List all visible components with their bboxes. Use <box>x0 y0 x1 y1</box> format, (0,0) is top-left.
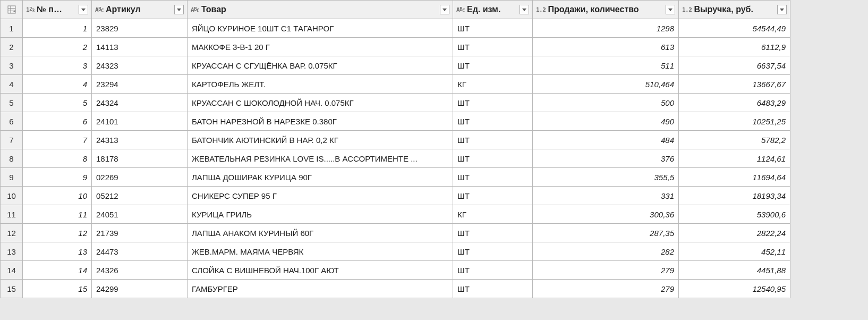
cell-unit[interactable]: КГ <box>453 205 533 224</box>
cell-art[interactable]: 24473 <box>92 242 188 261</box>
cell-num[interactable]: 14 <box>23 261 92 280</box>
cell-num[interactable]: 6 <box>23 112 92 131</box>
cell-unit[interactable]: ШТ <box>453 112 533 131</box>
cell-qty[interactable]: 331 <box>533 187 679 205</box>
cell-rev[interactable]: 11694,64 <box>679 168 790 187</box>
table-row[interactable]: 9902269ЛАПША ДОШИРАК КУРИЦА 90ГШТ355,511… <box>1 168 790 187</box>
cell-rev[interactable]: 6483,29 <box>679 94 790 112</box>
table-row[interactable]: 111124051КУРИЦА ГРИЛЬКГ300,3653900,6 <box>1 205 790 224</box>
table-row[interactable]: 7724313БАТОНЧИК АЮТИНСКИЙ В НАР. 0,2 КГШ… <box>1 131 790 149</box>
cell-art[interactable]: 24313 <box>92 131 188 149</box>
cell-product[interactable]: ГАМБУРГЕР <box>188 280 453 298</box>
cell-num[interactable]: 7 <box>23 131 92 149</box>
row-number-header[interactable]: 5 <box>1 94 23 112</box>
cell-rev[interactable]: 6112,9 <box>679 38 790 56</box>
cell-product[interactable]: КРУАССАН С СГУЩЁНКА ВАР. 0.075КГ <box>188 56 453 75</box>
row-number-header[interactable]: 12 <box>1 224 23 242</box>
cell-rev[interactable]: 2822,24 <box>679 224 790 242</box>
table-row[interactable]: 8818178ЖЕВАТЕЛЬНАЯ РЕЗИНКА LOVE IS.....В… <box>1 149 790 168</box>
column-header-art[interactable]: ABC Артикул <box>92 1 188 19</box>
table-row[interactable]: 3324323КРУАССАН С СГУЩЁНКА ВАР. 0.075КГШ… <box>1 56 790 75</box>
cell-product[interactable]: СНИКЕРС СУПЕР 95 Г <box>188 187 453 205</box>
cell-qty[interactable]: 500 <box>533 94 679 112</box>
cell-rev[interactable]: 5782,2 <box>679 131 790 149</box>
cell-num[interactable]: 1 <box>23 19 92 38</box>
cell-rev[interactable]: 18193,34 <box>679 187 790 205</box>
cell-num[interactable]: 9 <box>23 168 92 187</box>
cell-qty[interactable]: 490 <box>533 112 679 131</box>
cell-unit[interactable]: ШТ <box>453 280 533 298</box>
cell-unit[interactable]: КГ <box>453 75 533 94</box>
column-header-qty[interactable]: 1.2 Продажи, количество <box>533 1 679 19</box>
row-number-header[interactable]: 8 <box>1 149 23 168</box>
cell-art[interactable]: 24324 <box>92 94 188 112</box>
cell-rev[interactable]: 12540,95 <box>679 280 790 298</box>
filter-button[interactable] <box>174 5 184 14</box>
cell-unit[interactable]: ШТ <box>453 94 533 112</box>
cell-product[interactable]: ЖЕВ.МАРМ. МАЯМА ЧЕРВЯК <box>188 242 453 261</box>
cell-product[interactable]: ЛАПША ДОШИРАК КУРИЦА 90Г <box>188 168 453 187</box>
cell-rev[interactable]: 4451,88 <box>679 261 790 280</box>
cell-qty[interactable]: 613 <box>533 38 679 56</box>
row-number-header[interactable]: 2 <box>1 38 23 56</box>
table-row[interactable]: 6624101БАТОН НАРЕЗНОЙ В НАРЕЗКЕ 0.380ГШТ… <box>1 112 790 131</box>
cell-product[interactable]: КУРИЦА ГРИЛЬ <box>188 205 453 224</box>
table-row[interactable]: 131324473ЖЕВ.МАРМ. МАЯМА ЧЕРВЯКШТ282452,… <box>1 242 790 261</box>
cell-product[interactable]: ЛАПША АНАКОМ КУРИНЫЙ 60Г <box>188 224 453 242</box>
cell-unit[interactable]: ШТ <box>453 131 533 149</box>
cell-rev[interactable]: 6637,54 <box>679 56 790 75</box>
cell-product[interactable]: БАТОН НАРЕЗНОЙ В НАРЕЗКЕ 0.380Г <box>188 112 453 131</box>
cell-qty[interactable]: 355,5 <box>533 168 679 187</box>
cell-qty[interactable]: 282 <box>533 242 679 261</box>
row-number-header[interactable]: 3 <box>1 56 23 75</box>
cell-rev[interactable]: 452,11 <box>679 242 790 261</box>
cell-qty[interactable]: 484 <box>533 131 679 149</box>
cell-qty[interactable]: 510,464 <box>533 75 679 94</box>
filter-button[interactable] <box>79 5 88 14</box>
row-number-header[interactable]: 4 <box>1 75 23 94</box>
cell-art[interactable]: 24323 <box>92 56 188 75</box>
cell-art[interactable]: 05212 <box>92 187 188 205</box>
cell-product[interactable]: МАККОФЕ 3-В-1 20 Г <box>188 38 453 56</box>
row-number-header[interactable]: 14 <box>1 261 23 280</box>
cell-product[interactable]: СЛОЙКА С ВИШНЕВОЙ НАЧ.100Г АЮТ <box>188 261 453 280</box>
cell-num[interactable]: 11 <box>23 205 92 224</box>
row-number-header[interactable]: 7 <box>1 131 23 149</box>
cell-qty[interactable]: 287,35 <box>533 224 679 242</box>
cell-unit[interactable]: ШТ <box>453 149 533 168</box>
cell-product[interactable]: БАТОНЧИК АЮТИНСКИЙ В НАР. 0,2 КГ <box>188 131 453 149</box>
filter-button[interactable] <box>777 5 787 14</box>
row-number-header[interactable]: 1 <box>1 19 23 38</box>
filter-button[interactable] <box>440 5 449 14</box>
cell-num[interactable]: 4 <box>23 75 92 94</box>
filter-button[interactable] <box>666 5 675 14</box>
table-row[interactable]: 141424326СЛОЙКА С ВИШНЕВОЙ НАЧ.100Г АЮТШ… <box>1 261 790 280</box>
cell-art[interactable]: 24051 <box>92 205 188 224</box>
cell-art[interactable]: 23294 <box>92 75 188 94</box>
cell-rev[interactable]: 54544,49 <box>679 19 790 38</box>
cell-unit[interactable]: ШТ <box>453 224 533 242</box>
table-row[interactable]: 5524324КРУАССАН С ШОКОЛОДНОЙ НАЧ. 0.075К… <box>1 94 790 112</box>
cell-unit[interactable]: ШТ <box>453 56 533 75</box>
row-number-header[interactable]: 15 <box>1 280 23 298</box>
cell-product[interactable]: ЖЕВАТЕЛЬНАЯ РЕЗИНКА LOVE IS.....В АССОРТ… <box>188 149 453 168</box>
row-number-header[interactable]: 9 <box>1 168 23 187</box>
cell-rev[interactable]: 1124,61 <box>679 149 790 168</box>
cell-num[interactable]: 5 <box>23 94 92 112</box>
cell-num[interactable]: 10 <box>23 187 92 205</box>
cell-qty[interactable]: 376 <box>533 149 679 168</box>
cell-num[interactable]: 15 <box>23 280 92 298</box>
cell-unit[interactable]: ШТ <box>453 242 533 261</box>
cell-qty[interactable]: 511 <box>533 56 679 75</box>
cell-qty[interactable]: 279 <box>533 280 679 298</box>
table-row[interactable]: 4423294КАРТОФЕЛЬ ЖЕЛТ.КГ510,46413667,67 <box>1 75 790 94</box>
cell-product[interactable]: КРУАССАН С ШОКОЛОДНОЙ НАЧ. 0.075КГ <box>188 94 453 112</box>
select-all-header[interactable] <box>1 1 23 19</box>
cell-art[interactable]: 24299 <box>92 280 188 298</box>
cell-unit[interactable]: ШТ <box>453 187 533 205</box>
table-row[interactable]: 2214113МАККОФЕ 3-В-1 20 ГШТ6136112,9 <box>1 38 790 56</box>
row-number-header[interactable]: 10 <box>1 187 23 205</box>
cell-art[interactable]: 21739 <box>92 224 188 242</box>
row-number-header[interactable]: 6 <box>1 112 23 131</box>
table-row[interactable]: 1123829ЯЙЦО КУРИНОЕ 10ШТ С1 ТАГАНРОГШТ12… <box>1 19 790 38</box>
